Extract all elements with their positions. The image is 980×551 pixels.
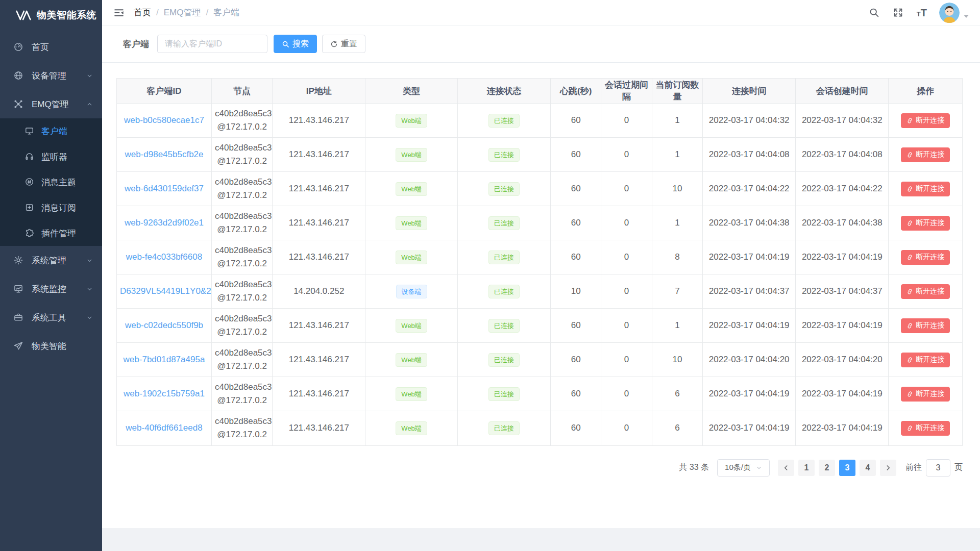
client-id-link[interactable]: web-40f6df661eed8 (117, 411, 211, 445)
disconnect-button[interactable]: 断开连接 (901, 421, 950, 436)
status-cell: 已连接 (457, 411, 550, 445)
page-number-button[interactable]: 4 (860, 460, 876, 476)
disconnect-button[interactable]: 断开连接 (901, 387, 950, 402)
disconnect-button[interactable]: 断开连接 (901, 353, 950, 367)
disconnect-button[interactable]: 断开连接 (901, 284, 950, 299)
type-cell: Web端 (365, 104, 458, 138)
fullscreen-icon[interactable] (893, 7, 903, 18)
type-tag: Web端 (396, 387, 427, 401)
sidebar-item-subscriptions[interactable]: 消息订阅 (0, 195, 102, 220)
table-row: web-9263d2d9f02e1 c40b2d8ea5c3 @172.17.0… (117, 206, 962, 240)
chevron-up-icon (86, 101, 93, 108)
sidebar-item-label: 系统工具 (32, 312, 66, 323)
client-id-link[interactable]: web-6d430159def37 (117, 172, 211, 206)
page-number-button[interactable]: 2 (819, 460, 835, 476)
sidebar-item-clients[interactable]: 客户端 (0, 118, 102, 144)
table-row: web-d98e45b5cfb2e c40b2d8ea5c3 @172.17.0… (117, 138, 962, 172)
client-id-link[interactable]: web-fe4c033bf6608 (117, 240, 211, 274)
status-cell: 已连接 (457, 138, 550, 172)
sidebar-item-listeners[interactable]: 监听器 (0, 144, 102, 169)
app-logo[interactable]: 物美智能系统 (0, 0, 102, 31)
session-expiry-cell: 0 (601, 104, 652, 138)
session-expiry-cell: 0 (601, 274, 652, 309)
col-subscriptions: 当前订阅数量 (652, 79, 702, 104)
hash-circle-icon (24, 177, 35, 187)
status-cell: 已连接 (457, 343, 550, 377)
page-number-button[interactable]: 3 (839, 460, 855, 476)
connected-at-cell: 2022-03-17 04:04:38 (703, 206, 796, 240)
page-number-button[interactable]: 1 (798, 460, 815, 476)
sidebar-item-home[interactable]: 首页 (0, 33, 102, 61)
disconnect-button[interactable]: 断开连接 (901, 250, 950, 265)
type-cell: Web端 (365, 343, 458, 377)
sidebar-item-label: 设备管理 (32, 70, 66, 82)
client-id-link[interactable]: web-1902c15b759a1 (117, 377, 211, 411)
prev-page-button[interactable] (778, 460, 794, 476)
heartbeat-cell: 60 (551, 377, 601, 411)
reset-button[interactable]: 重置 (322, 35, 365, 53)
client-id-link[interactable]: D6329VL54419L1Y0&2 (117, 274, 211, 309)
actions-cell: 断开连接 (889, 206, 962, 240)
subscriptions-cell: 6 (652, 377, 702, 411)
sidebar-item-topics[interactable]: 消息主题 (0, 169, 102, 195)
goto-page-input[interactable] (926, 459, 950, 477)
search-button[interactable]: 搜索 (274, 35, 317, 53)
heartbeat-cell: 60 (551, 104, 601, 138)
actions-cell: 断开连接 (889, 138, 962, 172)
col-connected-at: 连接时间 (703, 79, 796, 104)
node-cell: c40b2d8ea5c3 @172.17.0.2 (211, 138, 272, 172)
sidebar-collapse-icon[interactable] (113, 7, 125, 18)
node-cell: c40b2d8ea5c3 @172.17.0.2 (211, 411, 272, 445)
sidebar-item-emq[interactable]: EMQ管理 (0, 90, 102, 118)
type-tag: Web端 (396, 216, 427, 230)
type-tag: Web端 (396, 353, 427, 367)
avatar[interactable] (939, 3, 960, 23)
sidebar-item-system-admin[interactable]: 系统管理 (0, 246, 102, 274)
node-cell: c40b2d8ea5c3 @172.17.0.2 (211, 343, 272, 377)
search-icon[interactable] (869, 7, 879, 18)
disconnect-button[interactable]: 断开连接 (901, 113, 950, 128)
next-page-button[interactable] (880, 460, 896, 476)
client-id-link[interactable]: web-d98e45b5cfb2e (117, 138, 211, 172)
sidebar: 物美智能系统 首页 设备管理 (0, 0, 102, 551)
client-id-link[interactable]: web-9263d2d9f02e1 (117, 206, 211, 240)
client-id-input[interactable] (157, 35, 267, 53)
sidebar-item-plugins[interactable]: 插件管理 (0, 220, 102, 246)
breadcrumb-emq[interactable]: EMQ管理 (164, 7, 201, 18)
disconnect-button[interactable]: 断开连接 (901, 147, 950, 162)
disconnect-button[interactable]: 断开连接 (901, 216, 950, 231)
page-size-select[interactable]: 10条/页 (717, 459, 770, 477)
status-badge: 已连接 (488, 148, 520, 162)
session-created-cell: 2022-03-17 04:04:19 (796, 240, 889, 274)
sidebar-item-label: EMQ管理 (32, 98, 69, 110)
avatar-menu-caret-icon[interactable] (964, 15, 969, 18)
connected-at-cell: 2022-03-17 04:04:19 (703, 240, 796, 274)
disconnect-button[interactable]: 断开连接 (901, 318, 950, 333)
ip-cell: 121.43.146.217 (273, 206, 365, 240)
client-id-link[interactable]: web-c02dedc550f9b (117, 309, 211, 343)
font-size-icon[interactable]: TT (917, 8, 927, 18)
sidebar-item-system-monitor[interactable]: 系统监控 (0, 274, 102, 303)
ip-cell: 121.43.146.217 (273, 172, 365, 206)
col-client-id: 客户端ID (117, 79, 211, 104)
disconnect-button[interactable]: 断开连接 (901, 182, 950, 196)
sidebar-item-system-tools[interactable]: 系统工具 (0, 303, 102, 332)
subscriptions-cell: 1 (652, 104, 702, 138)
client-id-link[interactable]: web-7bd01d87a495a (117, 343, 211, 377)
sidebar-item-devices[interactable]: 设备管理 (0, 61, 102, 90)
top-navbar: 首页 / EMQ管理 / 客户端 (102, 0, 980, 26)
connected-at-cell: 2022-03-17 04:04:19 (703, 377, 796, 411)
type-tag: Web端 (396, 114, 427, 128)
actions-cell: 断开连接 (889, 309, 962, 343)
col-node: 节点 (211, 79, 272, 104)
connected-at-cell: 2022-03-17 04:04:32 (703, 104, 796, 138)
table-row: web-c02dedc550f9b c40b2d8ea5c3 @172.17.0… (117, 309, 962, 343)
type-cell: Web端 (365, 138, 458, 172)
sidebar-item-wumei-smart[interactable]: 物美智能 (0, 332, 102, 360)
status-badge: 已连接 (488, 387, 520, 401)
ip-cell: 14.204.0.252 (273, 274, 365, 309)
type-cell: Web端 (365, 172, 458, 206)
client-id-link[interactable]: web-b0c580ecae1c7 (117, 104, 211, 138)
node-cell: c40b2d8ea5c3 @172.17.0.2 (211, 240, 272, 274)
breadcrumb-home[interactable]: 首页 (134, 7, 151, 18)
